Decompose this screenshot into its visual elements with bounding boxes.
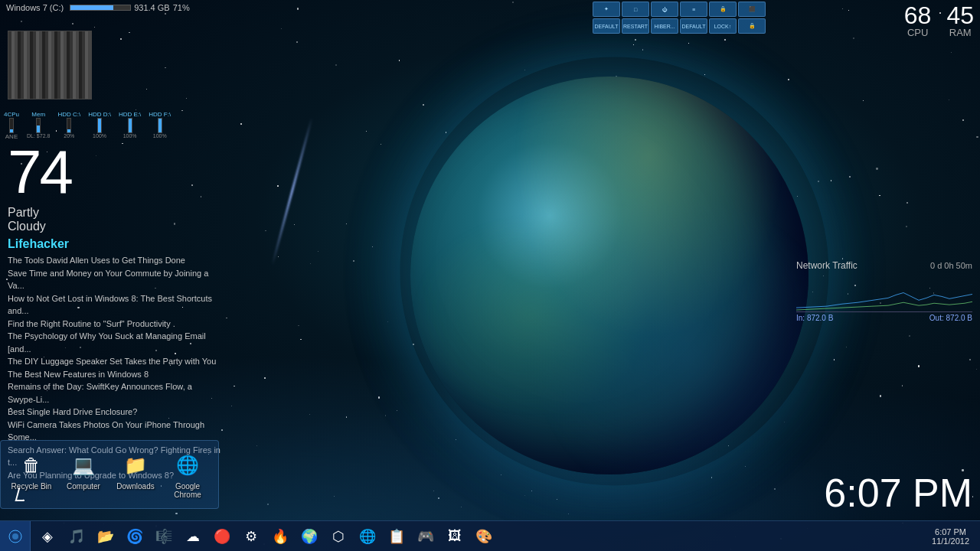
drive-bar: 931.4 GB 71% (70, 3, 190, 12)
desktop-icon-img: 🗑 (16, 450, 47, 481)
taskbar-right-area: 6:07 PM 11/1/2012 (927, 527, 980, 546)
feed-item[interactable]: The Tools David Allen Uses to Get Things… (8, 254, 222, 267)
network-graph (796, 274, 972, 312)
ram-label: RAM (946, 28, 974, 37)
feed-item[interactable]: Remains of the Day: SwiftKey Announces F… (8, 380, 222, 406)
desktop-icon-img: 💻 (68, 450, 99, 481)
hdd-item-c: HDD C:\ 20% (57, 111, 80, 140)
network-stats: In: 872.0 B Out: 872.0 B (796, 314, 972, 322)
btn-extra[interactable]: ⬛ (738, 2, 766, 17)
buttons-row-1: ✦ □ ⏻ ≡ 🔒 ⬛ (593, 2, 766, 17)
taskbar-icon-5[interactable]: ☁ (179, 523, 207, 550)
buttons-row-2: DEFAULT RESTART HIBER... DEFAULT LOCK↑ 🔒 (593, 18, 766, 34)
hdd-item-cpu: 4CPu ANE (4, 111, 19, 140)
taskbar-icon-8[interactable]: 🔥 (266, 523, 294, 550)
feed-item[interactable]: How to Not Get Lost in Windows 8: The Be… (8, 292, 222, 318)
feed-title[interactable]: Lifehacker (8, 237, 222, 251)
weather-temperature: 74 (8, 142, 71, 203)
desktop-icon-3[interactable]: 🌐 Google Chrome (163, 447, 212, 502)
cpu-item: 68 CPU (904, 3, 932, 37)
taskbar-icon-1[interactable]: 🎵 (63, 523, 90, 550)
taskbar-icon-2[interactable]: 📂 (92, 523, 119, 550)
feed-item[interactable]: Save Time and Money on Your Commute by J… (8, 267, 222, 292)
taskbar-icon-7[interactable]: ⚙ (237, 523, 265, 550)
cpu-value: 68 (904, 3, 932, 28)
desktop-icons-group: 🗑 Recycle Bin 💻 Computer 📁 Downloads 🌐 G… (0, 440, 219, 509)
feed-item[interactable]: Best Single Hard Drive Enclosure? (8, 406, 222, 419)
windows-title: Windows 7 (C:) (6, 3, 64, 12)
desktop-icon-0[interactable]: 🗑 Recycle Bin (7, 447, 56, 502)
start-button[interactable] (0, 521, 31, 552)
clock-time: 6:07 PM (824, 473, 972, 513)
btn-lockicon[interactable]: 🔒 (738, 18, 766, 34)
hdd-item-f: HDD F:\ 100% (149, 111, 171, 140)
desktop-icon-2[interactable]: 📁 Downloads (111, 447, 160, 502)
desktop-icon-label: Google Chrome (166, 482, 209, 499)
desktop-icon-img: 📁 (120, 450, 151, 481)
desktop-clock: 6:07 PM (824, 473, 972, 513)
desktop-icon-label: Computer (67, 482, 100, 491)
drive-size: 931.4 GB (134, 3, 169, 12)
taskbar-icon-6[interactable]: 🔴 (208, 523, 236, 550)
system-buttons-panel: ✦ □ ⏻ ≡ 🔒 ⬛ DEFAULT RESTART HIBER... DEF… (593, 2, 766, 34)
taskbar-icon-10[interactable]: ⬡ (325, 523, 352, 550)
taskbar: ◈🎵📂🌀🎼☁🔴⚙🔥🌍⬡🌐📋🎮🖼🎨 6:07 PM 11/1/2012 (0, 520, 980, 551)
btn-icon2[interactable]: □ (622, 2, 649, 17)
btn-restart[interactable]: RESTART (622, 18, 649, 34)
network-out: Out: 872.0 B (929, 314, 972, 322)
feed-item[interactable]: The Best New Features in Windows 8 (8, 368, 222, 381)
btn-default[interactable]: DEFAULT (593, 18, 620, 34)
ram-item: 45 RAM (946, 3, 974, 37)
desktop-icon-1[interactable]: 💻 Computer (59, 447, 108, 502)
weather-description: Partly Cloudy (8, 206, 71, 233)
earth-visual (410, 77, 808, 474)
ram-value: 45 (946, 3, 974, 28)
btn-menu[interactable]: ≡ (680, 2, 707, 17)
taskbar-icon-9[interactable]: 🌍 (296, 523, 323, 550)
desktop-icon-label: Recycle Bin (11, 482, 52, 491)
taskbar-icon-14[interactable]: 🖼 (441, 523, 469, 550)
hdd-item-e: HDD E:\ 100% (119, 111, 141, 140)
weather-condition-2: Cloudy (8, 220, 71, 233)
network-title: Network Traffic (796, 260, 858, 271)
btn-icon1[interactable]: ✦ (593, 2, 620, 17)
taskbar-icon-11[interactable]: 🌐 (354, 523, 381, 550)
weather-widget: 74 Partly Cloudy (8, 142, 71, 233)
btn-power[interactable]: ⏻ (651, 2, 678, 17)
cpu-ram-values: 68 CPU 45 RAM (904, 3, 974, 37)
taskbar-icon-0[interactable]: ◈ (34, 523, 61, 550)
feed-item[interactable]: Find the Right Routine to "Surf" Product… (8, 318, 222, 331)
system-info-widget: Windows 7 (C:) 931.4 GB 71% (0, 0, 196, 15)
weather-condition-1: Partly (8, 206, 71, 220)
taskbar-icon-4[interactable]: 🎼 (150, 523, 178, 550)
network-traffic-widget: Network Traffic 0 d 0h 50m In: 872.0 B O… (796, 260, 972, 322)
desktop-icon-img: 🌐 (172, 450, 203, 481)
network-in: In: 872.0 B (796, 314, 833, 322)
taskbar-icon-15[interactable]: 🎨 (470, 523, 498, 550)
btn-lock[interactable]: 🔒 (709, 2, 737, 17)
desktop-icon-label: Downloads (116, 482, 154, 491)
drive-info: Windows 7 (C:) 931.4 GB 71% (6, 3, 190, 12)
taskbar-clock[interactable]: 6:07 PM 11/1/2012 (927, 527, 974, 546)
taskbar-icon-3[interactable]: 🌀 (121, 523, 149, 550)
taskbar-icon-13[interactable]: 🎮 (412, 523, 439, 550)
taskbar-date: 11/1/2012 (932, 536, 969, 546)
btn-default2[interactable]: DEFAULT (680, 18, 707, 34)
btn-hibernate[interactable]: HIBER... (651, 18, 678, 34)
taskbar-time: 6:07 PM (935, 527, 966, 536)
hdd-item-mem: Mem DL: $72.8 (27, 111, 50, 140)
feed-item[interactable]: The DIY Luggage Speaker Set Takes the Pa… (8, 355, 222, 368)
taskbar-icons-group: ◈🎵📂🌀🎼☁🔴⚙🔥🌍⬡🌐📋🎮🖼🎨 (31, 521, 501, 551)
btn-lock2[interactable]: LOCK↑ (709, 18, 737, 34)
drive-percent: 71% (173, 3, 190, 12)
network-uptime: 0 d 0h 50m (930, 261, 972, 270)
hdd-item-d: HDD D:\ 100% (88, 111, 111, 140)
svg-point-1 (12, 533, 18, 540)
cpu-ram-widget: 68 CPU 45 RAM (898, 0, 980, 41)
thumbnail-widget (8, 31, 92, 99)
feed-item[interactable]: The Psychology of Why You Suck at Managi… (8, 330, 222, 355)
taskbar-icon-12[interactable]: 📋 (383, 523, 410, 550)
drive-progress-fill (70, 5, 113, 10)
cpu-label: CPU (904, 28, 932, 37)
hdd-stats-bar: 4CPu ANE Mem DL: $72.8 HDD C:\ 20% HDD D… (4, 111, 171, 140)
